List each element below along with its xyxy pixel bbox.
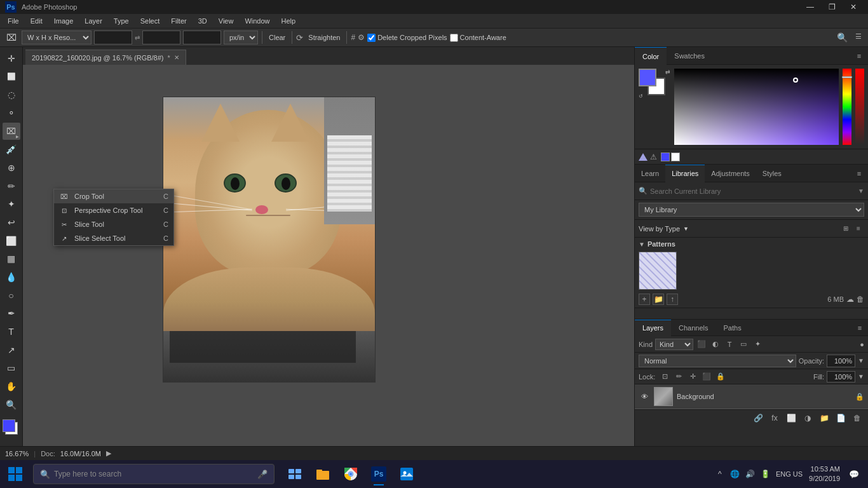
gradient-tool[interactable]: ▦ (3, 250, 20, 268)
notification-button[interactable]: 💬 (845, 460, 863, 488)
clear-button[interactable]: Clear (266, 30, 288, 44)
library-search-input[interactable] (650, 187, 855, 195)
tab-swatches[interactable]: Swatches (667, 47, 712, 65)
tab-channels[interactable]: Channels (671, 320, 715, 336)
close-button[interactable]: ✕ (844, 0, 863, 14)
taskbar-task-view[interactable] (282, 460, 308, 488)
background-layer[interactable]: 👁 Background 🔒 (635, 384, 868, 409)
menu-view[interactable]: View (214, 14, 239, 28)
upload-button[interactable]: ↑ (667, 294, 678, 305)
lasso-tool[interactable]: ◌ (3, 86, 20, 104)
taskbar-file-explorer[interactable] (310, 460, 336, 488)
status-expand-button[interactable]: ▶ (106, 449, 111, 458)
foreground-color-swatch[interactable] (639, 69, 656, 86)
workspace-button[interactable]: ☰ (853, 32, 864, 43)
folder-button[interactable]: 📁 (653, 294, 664, 305)
swap-colors-button[interactable]: ⇄ (665, 69, 670, 75)
fill-dropdown[interactable]: ▼ (858, 373, 864, 380)
brush-tool[interactable]: ✏ (3, 177, 20, 195)
hue-slider[interactable] (843, 69, 851, 145)
smart-filter-icon[interactable]: ✦ (752, 339, 763, 350)
tab-styles[interactable]: Styles (756, 165, 788, 182)
straighten-button[interactable]: Straighten (306, 30, 342, 44)
move-tool[interactable]: ✛ (3, 50, 20, 67)
ratio-select[interactable]: W x H x Reso... (22, 30, 92, 44)
fg-color-box[interactable] (3, 419, 15, 432)
shape-filter-icon[interactable]: ▭ (738, 339, 749, 350)
pixel-filter-icon[interactable]: ⬛ (696, 339, 707, 350)
taskbar-clock[interactable]: 10:53 AM 9/20/2019 (806, 464, 843, 484)
alpha-slider[interactable] (855, 69, 864, 145)
menu-3d[interactable]: 3D (193, 14, 212, 28)
lock-position-button[interactable]: ✛ (687, 371, 698, 383)
quick-select-tool[interactable]: ⚬ (3, 104, 20, 122)
taskbar-photoshop[interactable]: Ps (366, 460, 391, 488)
menu-layer[interactable]: Layer (79, 14, 107, 28)
tab-learn[interactable]: Learn (635, 165, 665, 182)
menu-file[interactable]: File (3, 14, 24, 28)
cloud-icon[interactable]: ☁ (846, 295, 854, 304)
pattern-item[interactable] (639, 252, 677, 290)
search-dropdown-icon[interactable]: ▼ (858, 187, 864, 194)
view-by-type-button[interactable]: View by Type ▼ (639, 225, 689, 233)
ctx-crop-tool[interactable]: ⌧ Crop Tool C (54, 189, 173, 203)
color-spectrum[interactable] (674, 69, 839, 145)
crop-tool[interactable]: ⌧ ▶ (3, 123, 20, 140)
add-style-button[interactable]: fx (768, 411, 782, 425)
layers-panel-menu[interactable]: ≡ (851, 320, 868, 336)
link-layers-button[interactable]: 🔗 (751, 411, 765, 425)
taskbar-search[interactable]: 🔍 Type here to search 🎤 (33, 464, 275, 484)
add-pattern-button[interactable]: + (639, 294, 650, 305)
minimize-button[interactable]: — (801, 0, 820, 14)
menu-window[interactable]: Window (240, 14, 275, 28)
ctx-slice-select[interactable]: ↗ Slice Select Tool C (54, 231, 173, 245)
opacity-dropdown[interactable]: ▼ (858, 357, 864, 364)
delete-pattern-button[interactable]: 🗑 (857, 295, 864, 304)
lock-all-button[interactable]: 🔒 (715, 371, 726, 383)
settings-icon[interactable]: ⚙ (358, 33, 365, 42)
filter-toggle[interactable]: ● (860, 341, 864, 348)
libraries-panel-menu[interactable]: ≡ (850, 165, 868, 182)
color-selector[interactable] (793, 78, 798, 83)
dodge-tool[interactable]: ○ (3, 287, 20, 304)
menu-select[interactable]: Select (135, 14, 165, 28)
start-button[interactable] (0, 460, 31, 488)
fg-mini-swatch[interactable] (661, 152, 670, 161)
battery-icon[interactable]: 🔋 (759, 468, 772, 480)
color-alert-icon[interactable]: ⚠ (650, 152, 657, 161)
eyedropper-tool[interactable]: 💉 (3, 140, 20, 158)
content-aware-checkbox[interactable]: Content-Aware (450, 34, 506, 42)
height-input[interactable] (142, 30, 180, 44)
canvas-content[interactable]: ⌧ Crop Tool C ⊡ Perspective Crop Tool C … (23, 65, 634, 446)
blend-mode-select[interactable]: Normal Dissolve Multiply (639, 355, 796, 367)
pen-tool[interactable]: ✒ (3, 304, 20, 322)
list-view-button[interactable]: ≡ (853, 223, 864, 234)
tab-color[interactable]: Color (635, 47, 667, 65)
maximize-button[interactable]: ❐ (822, 0, 841, 14)
resolution-input[interactable] (183, 30, 221, 44)
taskbar-photos[interactable] (394, 460, 419, 488)
menu-type[interactable]: Type (109, 14, 134, 28)
reset-colors-button[interactable]: ↺ (639, 93, 643, 99)
lock-image-button[interactable]: ✏ (673, 371, 684, 383)
show-hidden-icons[interactable]: ^ (714, 468, 726, 480)
layer-visibility-toggle[interactable]: 👁 (639, 391, 650, 402)
clone-tool[interactable]: ✦ (3, 195, 20, 213)
menu-image[interactable]: Image (49, 14, 79, 28)
patterns-collapse-button[interactable]: ▼ (639, 241, 645, 248)
fill-input[interactable] (827, 371, 855, 383)
panel-menu-button[interactable]: ≡ (850, 47, 868, 65)
document-tab[interactable]: 20190822_160020.jpg @ 16.7% (RGB/8#) * ✕ (25, 50, 186, 65)
healing-tool[interactable]: ⊕ (3, 159, 20, 177)
history-brush[interactable]: ↩ (3, 214, 20, 231)
zoom-tool[interactable]: 🔍 (3, 396, 20, 414)
title-bar-controls[interactable]: — ❐ ✕ (801, 0, 863, 14)
add-mask-button[interactable]: ⬜ (784, 411, 798, 425)
opacity-input[interactable] (827, 355, 855, 367)
path-select-tool[interactable]: ↗ (3, 341, 20, 359)
unit-select[interactable]: px/in (224, 30, 258, 44)
type-filter-icon[interactable]: T (724, 339, 735, 350)
tab-libraries[interactable]: Libraries (665, 165, 705, 182)
lock-artboard-button[interactable]: ⬛ (701, 371, 712, 383)
adjust-filter-icon[interactable]: ◐ (710, 339, 721, 350)
